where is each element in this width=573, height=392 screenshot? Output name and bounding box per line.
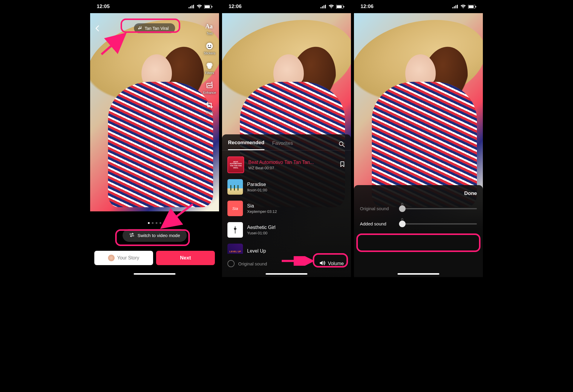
svg-rect-17	[321, 7, 321, 8]
annotation-box	[356, 233, 480, 252]
svg-rect-6	[212, 6, 212, 7]
home-indicator[interactable]	[134, 273, 175, 275]
annotation-arrow	[159, 202, 195, 229]
cellular-signal-icon	[452, 5, 458, 8]
wifi-icon	[328, 4, 334, 9]
status-bar: 12:06	[354, 0, 483, 13]
svg-line-25	[343, 145, 345, 147]
enhance-tool[interactable]: Enhance	[203, 81, 216, 94]
svg-rect-1	[190, 6, 191, 8]
original-sound-radio[interactable]	[227, 260, 235, 267]
status-bar: 12:05	[90, 0, 219, 13]
track-row[interactable]: LEVEL UP Level Up	[227, 241, 346, 254]
track-meta: Yusei·01:00	[247, 231, 346, 235]
svg-rect-2	[192, 5, 192, 8]
search-button[interactable]	[338, 141, 345, 149]
album-art: LEVEL UP	[227, 244, 243, 254]
svg-point-24	[339, 142, 343, 146]
svg-line-16	[164, 204, 193, 226]
slider-thumb[interactable]	[399, 205, 406, 212]
slider-thumb[interactable]	[399, 221, 406, 227]
clock: 12:06	[361, 4, 373, 10]
clock: 12:06	[229, 4, 241, 10]
track-row[interactable]: Aesthetic Girl Yusei·01:00	[227, 219, 346, 241]
added-sound-slider-row: Added sound 0	[360, 221, 477, 226]
original-sound-slider-label: Original sound	[360, 206, 399, 211]
filters-tool[interactable]: Filters	[203, 62, 216, 75]
svg-rect-23	[344, 6, 344, 7]
svg-rect-33	[475, 6, 476, 7]
next-label: Next	[180, 255, 191, 261]
clock: 12:05	[97, 4, 110, 10]
annotation-box	[121, 19, 180, 33]
added-sound-slider[interactable]: 0	[402, 223, 477, 225]
portrait-photo	[354, 13, 483, 213]
your-story-button[interactable]: Your Story	[94, 251, 153, 265]
home-indicator[interactable]	[398, 273, 439, 275]
crop-tool[interactable]: Crop	[203, 101, 216, 114]
done-button[interactable]: Done	[464, 190, 477, 196]
home-indicator[interactable]	[266, 273, 307, 275]
svg-point-8	[206, 43, 213, 49]
next-button[interactable]: Next	[156, 251, 215, 265]
crop-tool-label: Crop	[206, 110, 213, 114]
battery-icon	[336, 5, 344, 9]
battery-icon	[204, 5, 212, 9]
filters-tool-label: Filters	[205, 71, 214, 75]
added-sound-slider-label: Added sound	[360, 221, 399, 226]
annotation-arrow	[281, 256, 313, 266]
svg-point-9	[208, 45, 209, 46]
svg-rect-3	[193, 5, 194, 8]
svg-point-13	[207, 65, 212, 69]
track-name: Aesthetic Girl	[247, 225, 346, 230]
original-sound-slider-row: Original sound 0	[360, 206, 477, 211]
tab-recommended[interactable]: Recommended	[228, 140, 264, 150]
track-row[interactable]: Paradise Ikson·01:00	[227, 176, 346, 198]
tab-favorites[interactable]: Favorites	[272, 140, 293, 150]
cellular-signal-icon	[189, 5, 195, 8]
svg-rect-5	[205, 5, 210, 8]
wifi-icon	[196, 4, 202, 9]
track-meta: Ikson·01:00	[247, 188, 346, 192]
wifi-icon	[460, 4, 466, 9]
svg-rect-29	[455, 5, 456, 8]
track-name: Sia	[247, 203, 346, 209]
svg-rect-32	[469, 5, 474, 8]
annotation-box	[115, 229, 190, 246]
album-art: BEAT AUTOMOTIVO TAN TAN TAN VIRAL	[227, 156, 244, 173]
annotation-arrow	[100, 32, 130, 56]
svg-rect-20	[325, 5, 326, 8]
text-tool[interactable]: Aa Text	[203, 22, 216, 35]
track-row[interactable]: Sia Sia Xeptemper·03:12	[227, 198, 346, 219]
svg-rect-18	[322, 6, 323, 8]
original-sound-slider[interactable]: 0	[402, 208, 477, 209]
svg-text:Aa: Aa	[205, 23, 212, 30]
battery-icon	[468, 5, 476, 9]
text-tool-label: Text	[207, 32, 212, 35]
track-name: Paradise	[247, 182, 346, 187]
album-art: Sia	[227, 201, 243, 216]
enhance-tool-label: Enhance	[203, 91, 216, 94]
cellular-signal-icon	[321, 5, 326, 8]
phone-screenshot-1: 12:05 Tan Tan Vira	[90, 0, 219, 277]
track-list[interactable]: BEAT AUTOMOTIVO TAN TAN TAN VIRAL Beat A…	[222, 150, 351, 254]
stickers-tool[interactable]: Stickers	[203, 42, 216, 55]
stickers-tool-label: Stickers	[204, 51, 215, 55]
svg-rect-0	[189, 7, 190, 8]
track-row[interactable]: BEAT AUTOMOTIVO TAN TAN TAN VIRAL Beat A…	[227, 153, 346, 176]
phone-screenshot-3: 12:06 Done Original sound 0	[354, 0, 483, 277]
avatar	[108, 255, 115, 261]
annotation-box	[313, 253, 348, 268]
track-meta: Xeptemper·03:12	[247, 209, 346, 214]
svg-rect-19	[324, 5, 324, 8]
svg-rect-22	[337, 5, 342, 8]
svg-line-15	[101, 35, 124, 54]
editor-tools: Aa Text Stickers Filters Enhance Crop	[203, 22, 216, 114]
your-story-label: Your Story	[117, 255, 139, 261]
status-bar: 12:06	[222, 0, 351, 13]
phone-screenshot-2: 12:06 Recommended Favorites	[222, 0, 351, 277]
bookmark-button[interactable]	[339, 161, 346, 169]
volume-panel: Done Original sound 0 Added sound 0	[354, 185, 483, 277]
svg-rect-27	[452, 7, 453, 8]
svg-rect-28	[454, 6, 455, 8]
